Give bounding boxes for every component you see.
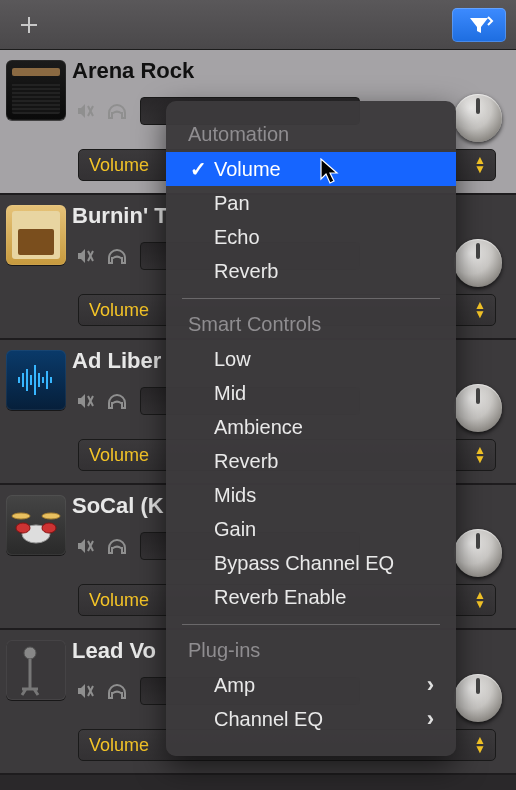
headphones-icon <box>106 391 128 411</box>
menu-item-volume[interactable]: ✓Volume <box>166 152 456 186</box>
menu-section-label: Plug-ins <box>166 635 456 668</box>
mute-icon <box>75 681 95 701</box>
mute-button[interactable] <box>72 96 98 126</box>
menu-separator <box>182 298 440 299</box>
pan-knob[interactable] <box>454 529 502 577</box>
mute-icon <box>75 391 95 411</box>
pan-knob[interactable] <box>454 384 502 432</box>
toolbar <box>0 0 516 50</box>
pan-knob[interactable] <box>454 674 502 722</box>
headphones-icon <box>106 101 128 121</box>
track-icon-mic <box>6 640 66 700</box>
param-label: Volume <box>89 155 149 176</box>
headphones-button[interactable] <box>104 531 130 561</box>
menu-item-pan[interactable]: Pan <box>166 186 456 220</box>
automation-menu[interactable]: Automation ✓Volume Pan Echo Reverb Smart… <box>166 101 456 756</box>
menu-item-bypass-eq[interactable]: Bypass Channel EQ <box>166 546 456 580</box>
menu-item-mids[interactable]: Mids <box>166 478 456 512</box>
check-icon: ✓ <box>188 157 208 181</box>
mute-icon <box>75 101 95 121</box>
menu-item-reverb[interactable]: Reverb <box>166 254 456 288</box>
chevron-updown-icon: ▲▼ <box>474 736 485 754</box>
mute-button[interactable] <box>72 676 98 706</box>
menu-item-reverb-enable[interactable]: Reverb Enable <box>166 580 456 614</box>
menu-section-label: Smart Controls <box>166 309 456 342</box>
headphones-button[interactable] <box>104 96 130 126</box>
filter-icon <box>464 15 494 35</box>
headphones-button[interactable] <box>104 386 130 416</box>
plus-icon <box>19 15 39 35</box>
svg-point-11 <box>42 523 56 533</box>
track-icon-amp <box>6 205 66 265</box>
headphones-button[interactable] <box>104 241 130 271</box>
mute-icon <box>75 536 95 556</box>
headphones-button[interactable] <box>104 676 130 706</box>
menu-item-ambience[interactable]: Ambience <box>166 410 456 444</box>
param-label: Volume <box>89 300 149 321</box>
chevron-updown-icon: ▲▼ <box>474 156 485 174</box>
mute-button[interactable] <box>72 241 98 271</box>
menu-item-echo[interactable]: Echo <box>166 220 456 254</box>
param-label: Volume <box>89 445 149 466</box>
chevron-right-icon: › <box>427 706 434 732</box>
chevron-updown-icon: ▲▼ <box>474 591 485 609</box>
add-track-button[interactable] <box>10 10 48 40</box>
param-label: Volume <box>89 735 149 756</box>
mute-icon <box>75 246 95 266</box>
svg-point-10 <box>16 523 30 533</box>
menu-item-gain[interactable]: Gain <box>166 512 456 546</box>
chevron-updown-icon: ▲▼ <box>474 446 485 464</box>
menu-item-amp[interactable]: Amp› <box>166 668 456 702</box>
svg-point-12 <box>12 513 30 519</box>
headphones-icon <box>106 681 128 701</box>
menu-section-label: Automation <box>166 119 456 152</box>
menu-separator <box>182 624 440 625</box>
chevron-updown-icon: ▲▼ <box>474 301 485 319</box>
mute-button[interactable] <box>72 386 98 416</box>
menu-item-channel-eq[interactable]: Channel EQ› <box>166 702 456 736</box>
track-icon-drums <box>6 495 66 555</box>
chevron-right-icon: › <box>427 672 434 698</box>
track-icon-waveform <box>6 350 66 410</box>
svg-point-14 <box>24 647 36 659</box>
pan-knob[interactable] <box>454 239 502 287</box>
filter-button[interactable] <box>452 8 506 42</box>
headphones-icon <box>106 246 128 266</box>
track-icon-amp <box>6 60 66 120</box>
menu-item-low[interactable]: Low <box>166 342 456 376</box>
pan-knob[interactable] <box>454 94 502 142</box>
track-name: Arena Rock <box>72 58 516 84</box>
param-label: Volume <box>89 590 149 611</box>
menu-item-mid[interactable]: Mid <box>166 376 456 410</box>
headphones-icon <box>106 536 128 556</box>
svg-point-13 <box>42 513 60 519</box>
mute-button[interactable] <box>72 531 98 561</box>
menu-item-reverb2[interactable]: Reverb <box>166 444 456 478</box>
